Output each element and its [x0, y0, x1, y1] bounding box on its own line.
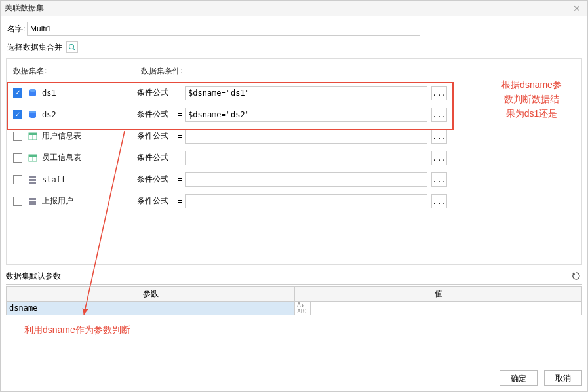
dataset-name: ds2: [42, 110, 137, 119]
param-title: 数据集默认参数: [6, 271, 570, 282]
cond-label: 条件公式: [137, 195, 175, 206]
param-table: 参数 值 dsname A↓ABC: [6, 286, 582, 315]
cond-input[interactable]: [185, 194, 427, 208]
formula-button[interactable]: ...: [431, 151, 447, 165]
param-table-header: 参数 值: [7, 287, 581, 302]
formula-button[interactable]: ...: [431, 194, 447, 208]
equals: =: [175, 132, 185, 141]
dataset-name: 用户信息表: [42, 130, 137, 142]
title-bar: 关联数据集 ✕: [1, 1, 587, 16]
equals: =: [175, 110, 185, 119]
footer: 确定 取消: [500, 370, 582, 386]
checkbox[interactable]: ✓: [13, 88, 22, 98]
param-type-icon[interactable]: A↓ABC: [295, 302, 311, 315]
equals: =: [175, 175, 185, 184]
cond-input[interactable]: [185, 108, 427, 122]
svg-point-5: [29, 111, 36, 113]
cond-label: 条件公式: [137, 87, 175, 98]
header-dsname: 数据集名:: [13, 66, 141, 77]
cond-label: 条件公式: [137, 109, 175, 120]
param-name: dsname: [7, 302, 295, 315]
svg-rect-12: [29, 176, 36, 178]
equals: =: [175, 153, 185, 163]
close-icon[interactable]: ✕: [570, 2, 583, 15]
select-row: 选择数据集合并: [1, 39, 587, 57]
name-label: 名字:: [7, 24, 27, 35]
dataset-name: ds1: [42, 88, 137, 98]
formula-button[interactable]: ...: [431, 86, 447, 100]
param-row[interactable]: dsname A↓ABC: [7, 302, 581, 315]
svg-rect-16: [29, 201, 36, 203]
refresh-icon[interactable]: [570, 270, 582, 282]
cancel-button[interactable]: 取消: [544, 370, 582, 386]
checkbox[interactable]: [13, 197, 22, 206]
dataset-name: 员工信息表: [42, 152, 137, 163]
cond-input[interactable]: [185, 151, 427, 165]
param-section: 数据集默认参数 参数 值 dsname A↓ABC 利用dsname作为参数判断: [1, 265, 587, 336]
cond-input[interactable]: [185, 129, 427, 144]
param-value[interactable]: [311, 302, 581, 315]
annotation-2: 利用dsname作为参数判断: [6, 315, 582, 336]
header-cond: 数据集条件:: [141, 66, 182, 77]
db-blue-icon: [28, 88, 38, 98]
svg-point-0: [69, 45, 74, 49]
th-value: 值: [295, 288, 581, 300]
svg-rect-17: [29, 203, 36, 205]
th-param: 参数: [7, 287, 295, 301]
dataset-row: 上报用户条件公式=...: [7, 190, 581, 212]
cond-input[interactable]: [185, 86, 427, 100]
dataset-name: staff: [42, 175, 137, 184]
search-icon[interactable]: [66, 41, 78, 53]
svg-point-3: [29, 89, 36, 92]
dataset-row: 员工信息表条件公式=...: [7, 147, 581, 168]
checkbox[interactable]: [13, 153, 22, 163]
table-icon: [28, 153, 38, 163]
name-row: 名字:: [1, 16, 587, 39]
checkbox[interactable]: [13, 175, 22, 184]
formula-button[interactable]: ...: [431, 129, 447, 144]
server-icon: [28, 197, 38, 206]
checkbox[interactable]: [13, 132, 22, 141]
cond-label: 条件公式: [137, 130, 175, 142]
svg-line-1: [73, 49, 76, 51]
equals: =: [175, 197, 185, 206]
window-title: 关联数据集: [5, 3, 570, 14]
select-label: 选择数据集合并: [7, 42, 62, 53]
ok-button[interactable]: 确定: [500, 370, 538, 386]
table-icon: [28, 132, 38, 141]
server-icon: [28, 175, 38, 184]
annotation-1: 根据dsname参 数判断数据结 果为ds1还是: [492, 77, 571, 121]
dataset-panel: 数据集名: 数据集条件: ✓ds1条件公式=...✓ds2条件公式=...用户信…: [6, 58, 582, 265]
dataset-name: 上报用户: [42, 195, 137, 206]
cond-input[interactable]: [185, 172, 427, 187]
dataset-row: staff条件公式=...: [7, 168, 581, 190]
db-blue-icon: [28, 110, 38, 119]
name-input[interactable]: [27, 22, 420, 36]
cond-label: 条件公式: [137, 152, 175, 163]
cond-label: 条件公式: [137, 174, 175, 185]
formula-button[interactable]: ...: [431, 172, 447, 187]
equals: =: [175, 88, 185, 98]
dataset-row: 用户信息表条件公式=...: [7, 125, 581, 147]
checkbox[interactable]: ✓: [13, 110, 22, 119]
svg-rect-15: [29, 198, 36, 200]
formula-button[interactable]: ...: [431, 108, 447, 122]
svg-rect-14: [29, 182, 36, 184]
svg-rect-13: [29, 179, 36, 181]
